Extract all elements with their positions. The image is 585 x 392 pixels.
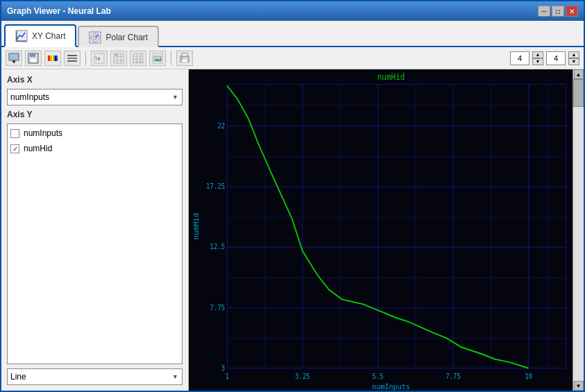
separator-1 [85, 51, 86, 65]
main-window: Graph Viewer - Neural Lab ─ □ ✕ XY Chart [0, 0, 585, 392]
axis-x-select-wrapper: numInputs numHid [7, 89, 183, 105]
svg-text:3.25: 3.25 [295, 372, 310, 380]
svg-text:10: 10 [525, 372, 532, 380]
minimize-button[interactable]: ─ [538, 6, 550, 17]
title-bar: Graph Viewer - Neural Lab ─ □ ✕ [1, 1, 584, 21]
axis-y-label: Axis Y [7, 110, 183, 119]
load-button[interactable] [6, 51, 22, 66]
svg-rect-41 [182, 53, 187, 56]
scrollbar-right: ▲ ▼ [573, 69, 584, 391]
axis-y-checkbox-0[interactable] [10, 129, 19, 138]
axis-y-item-0[interactable]: numInputs [10, 127, 179, 139]
svg-rect-15 [52, 56, 53, 61]
axis-y-item-label-1: numHid [24, 144, 52, 153]
svg-text:7.75: 7.75 [210, 303, 226, 311]
svg-text:numHid: numHid [378, 72, 405, 82]
tab-xy[interactable]: XY Chart [4, 24, 76, 47]
left-panel: Axis X numInputs numHid Axis Y numInputs… [1, 69, 189, 391]
tab-polar[interactable]: Polar Chart [78, 26, 159, 47]
table-button[interactable] [130, 51, 146, 66]
axis-y-checkbox-1[interactable] [10, 144, 19, 153]
chart-area[interactable]: numHid numHid numInputs 3 7.75 12.5 17.2… [189, 69, 573, 391]
spinner-2-up[interactable]: ▲ [568, 51, 579, 58]
svg-rect-13 [48, 56, 50, 61]
svg-rect-7 [10, 54, 18, 60]
title-bar-controls: ─ □ ✕ [538, 6, 578, 17]
band-button[interactable] [64, 51, 80, 66]
svg-rect-42 [182, 59, 187, 62]
polar-tab-label: Polar Chart [105, 33, 148, 42]
print-button[interactable] [176, 51, 193, 66]
chart-svg: numHid numHid numInputs 3 7.75 12.5 17.2… [189, 69, 573, 391]
svg-rect-16 [53, 56, 55, 61]
spinner-2-down[interactable]: ▼ [568, 58, 579, 65]
main-content: Axis X numInputs numHid Axis Y numInputs… [1, 69, 584, 391]
log-button[interactable]: lg [91, 51, 108, 66]
polar-tab-icon [89, 31, 101, 44]
svg-rect-44 [189, 69, 573, 391]
svg-text:numHid: numHid [192, 213, 200, 240]
spinner-1-down[interactable]: ▼ [532, 58, 543, 65]
svg-rect-17 [55, 56, 56, 61]
axis-y-item-label-0: numInputs [24, 128, 62, 138]
separator-2 [171, 51, 171, 65]
toolbar: lg N [1, 47, 584, 69]
svg-text:5.5: 5.5 [372, 372, 383, 380]
axis-x-label: Axis X [7, 75, 183, 85]
svg-text:3: 3 [221, 364, 225, 372]
svg-point-38 [155, 57, 156, 58]
svg-rect-14 [50, 56, 52, 61]
spinner-2-controls: ▲ ▼ [568, 51, 579, 65]
svg-text:N: N [115, 53, 117, 57]
spinner-group-2: ▲ ▼ [546, 51, 579, 65]
svg-text:22: 22 [217, 122, 225, 130]
toolbar-right: ▲ ▼ ▲ ▼ [510, 51, 579, 65]
chart-container: numHid numHid numInputs 3 7.75 12.5 17.2… [189, 69, 584, 391]
svg-point-43 [181, 58, 183, 59]
svg-rect-12 [30, 58, 37, 62]
axis-x-select[interactable]: numInputs numHid [7, 89, 183, 105]
spinner-2-input[interactable] [546, 51, 566, 65]
axis-y-item-1[interactable]: numHid [10, 142, 179, 155]
svg-text:17.25: 17.25 [206, 182, 225, 190]
spinner-1-controls: ▲ ▼ [532, 51, 543, 65]
window-title: Graph Viewer - Neural Lab [7, 6, 111, 16]
chart-type-select-wrapper: Line Bar Scatter Area [7, 368, 183, 385]
spinner-group-1: ▲ ▼ [510, 51, 543, 65]
xy-tab-icon [15, 30, 28, 42]
svg-text:12.5: 12.5 [210, 243, 226, 250]
spinner-1-input[interactable] [510, 51, 529, 65]
scrollbar-down-button[interactable]: ▼ [574, 381, 584, 391]
save-button[interactable] [25, 51, 42, 66]
export-button[interactable] [149, 51, 166, 66]
axis-y-list: numInputs numHid [7, 123, 183, 364]
svg-text:lg: lg [95, 56, 101, 61]
svg-text:1: 1 [226, 372, 229, 380]
maximize-button[interactable]: □ [552, 6, 564, 17]
spinner-1-up[interactable]: ▲ [532, 51, 543, 58]
tab-bar: XY Chart Polar Chart [1, 21, 584, 47]
svg-rect-11 [30, 53, 35, 57]
svg-rect-18 [56, 56, 58, 61]
svg-text:numInputs: numInputs [372, 382, 409, 391]
scrollbar-up-button[interactable]: ▲ [574, 69, 584, 79]
svg-text:7.75: 7.75 [446, 372, 461, 380]
color-button[interactable] [44, 51, 61, 66]
xy-tab-label: XY Chart [32, 31, 65, 41]
grid-settings-button[interactable]: N [110, 51, 127, 66]
chart-type-select[interactable]: Line Bar Scatter Area [7, 368, 183, 385]
scrollbar-thumb[interactable] [573, 79, 584, 107]
close-button[interactable]: ✕ [566, 6, 578, 17]
